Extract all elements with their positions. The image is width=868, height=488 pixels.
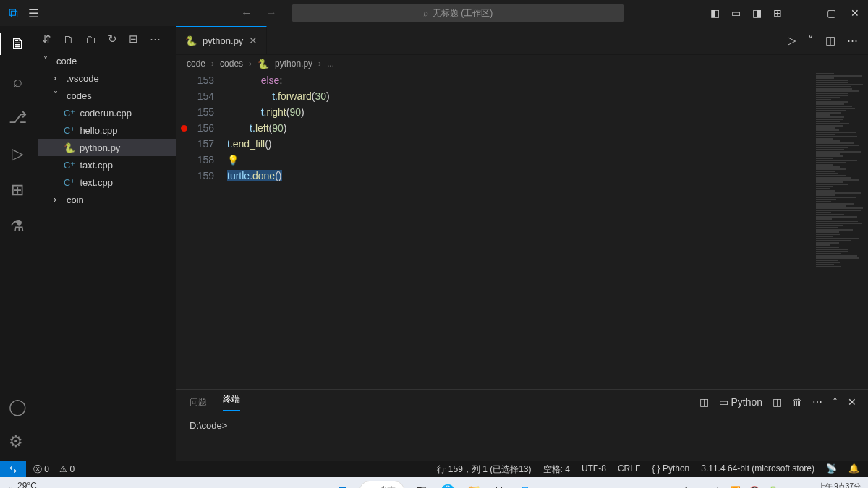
file-taxt[interactable]: C⁺taxt.cpp — [38, 156, 176, 174]
layout-panel-icon[interactable]: ▭ — [731, 7, 741, 19]
explorer-sidebar: ⇵ 🗋 🗀 ↻ ⊟ ⋯ ˅code ›.vscode ˅codes C⁺code… — [35, 26, 176, 461]
layout-sidebar-right-icon[interactable]: ◨ — [752, 7, 762, 19]
cpp-file-icon: C⁺ — [64, 125, 75, 136]
status-feedback-icon[interactable]: 📡 — [826, 463, 837, 476]
new-folder-icon[interactable]: 🗀 — [85, 33, 96, 46]
chevron-right-icon: › — [54, 194, 62, 205]
python-file-icon: 🐍 — [258, 59, 269, 69]
collapse-all-icon[interactable]: ⊟ — [129, 33, 138, 46]
search-icon: ⌕ — [423, 8, 428, 18]
taskbar-weather[interactable]: ☀ 29°C局部晴朗 — [0, 481, 46, 489]
folder-root[interactable]: ˅code — [38, 52, 176, 69]
app-edge-icon[interactable]: 🌐 — [438, 481, 457, 489]
panel-maximize-icon[interactable]: ˄ — [833, 396, 838, 408]
code-content[interactable]: else: t.forward(30) t.right(90) t.left(9… — [227, 72, 330, 389]
tab-python[interactable]: 🐍 python.py ✕ — [176, 26, 267, 54]
tray-ime[interactable]: 中 — [714, 485, 722, 488]
remote-button[interactable]: ⇆ — [0, 461, 26, 477]
run-dropdown-icon[interactable]: ˅ — [808, 34, 814, 47]
window-titlebar: ⧉ ☰ ← → ⌕ 无标题 (工作区) ◧ ▭ ◨ ⊞ — ▢ ✕ — [0, 0, 868, 26]
app-menu-button[interactable]: ☰ — [28, 7, 38, 20]
nav-back-icon[interactable]: ← — [241, 7, 252, 20]
editor-tabs: 🐍 python.py ✕ ▷ ˅ ◫ ⋯ — [176, 26, 868, 55]
kill-terminal-icon[interactable]: 🗑 — [792, 396, 802, 408]
terminal-prompt: D:\code> — [190, 420, 227, 431]
panel-more-icon[interactable]: ⋯ — [812, 396, 822, 408]
tray-clock[interactable]: 上午 9点37分 2023年8月20日 星期日 — [787, 482, 861, 489]
status-language[interactable]: { } Python — [652, 463, 689, 476]
status-errors[interactable]: ⓧ 0 — [33, 463, 49, 476]
status-eol[interactable]: CRLF — [618, 463, 640, 476]
compare-changes-icon[interactable]: ⇵ — [42, 33, 51, 46]
file-hello[interactable]: C⁺hello.cpp — [38, 121, 176, 139]
terminal-profile-icon[interactable]: ▭ Python — [719, 396, 762, 408]
status-encoding[interactable]: UTF-8 — [582, 463, 606, 476]
vscode-logo-icon: ⧉ — [9, 6, 18, 21]
status-warnings[interactable]: ⚠ 0 — [59, 464, 75, 474]
activity-explorer-icon[interactable]: 🗎 — [0, 33, 35, 55]
run-button-icon[interactable]: ▷ — [788, 34, 796, 47]
panel-tab-problems[interactable]: 问题 — [190, 396, 207, 408]
nav-forward-icon[interactable]: → — [265, 7, 277, 20]
cpp-file-icon: C⁺ — [64, 177, 75, 188]
activity-run-debug-icon[interactable]: ▷ — [12, 145, 24, 163]
new-file-icon[interactable]: 🗋 — [63, 33, 74, 46]
activity-testing-icon[interactable]: ⚗ — [10, 217, 25, 236]
folder-vscode[interactable]: ›.vscode — [38, 69, 176, 87]
line-number-gutter: 153154155156157158159 — [176, 72, 227, 389]
code-editor[interactable]: 153154155156157158159 else: t.forward(30… — [176, 72, 868, 389]
status-notifications-icon[interactable]: 🔔 — [848, 463, 859, 476]
chevron-down-icon: ˅ — [43, 56, 52, 66]
new-terminal-icon[interactable]: ◫ — [773, 396, 782, 408]
command-center[interactable]: ⌕ 无标题 (工作区) — [292, 4, 624, 22]
window-close-icon[interactable]: ✕ — [851, 7, 859, 19]
cpp-file-icon: C⁺ — [64, 160, 75, 171]
status-interpreter[interactable]: 3.11.4 64-bit (microsoft store) — [701, 463, 814, 476]
activity-settings-icon[interactable]: ⚙ — [9, 432, 27, 451]
search-label: 无标题 (工作区) — [433, 7, 493, 20]
windows-taskbar: ☀ 29°C局部晴朗 ⊞ ⌕搜索 ◧ 🌐 📁 🛍 ⧉ ˄ ☁ 中 📶 🔇 🔋 上… — [0, 477, 868, 488]
split-terminal-icon[interactable]: ◫ — [699, 396, 709, 408]
search-icon: ⌕ — [369, 486, 374, 489]
terminal-content[interactable]: D:\code> — [176, 414, 868, 437]
layout-customize-icon[interactable]: ⊞ — [773, 7, 782, 19]
app-taskview-icon[interactable]: ◧ — [412, 481, 431, 489]
chevron-right-icon: › — [54, 73, 62, 83]
breadcrumb[interactable]: code› codes› 🐍python.py› ... — [176, 55, 868, 72]
tab-close-icon[interactable]: ✕ — [249, 35, 258, 46]
app-store-icon[interactable]: 🛍 — [490, 481, 509, 489]
split-editor-icon[interactable]: ◫ — [825, 34, 835, 47]
panel-close-icon[interactable]: ✕ — [848, 396, 856, 408]
panel-tab-terminal[interactable]: 终端 — [223, 393, 240, 411]
window-maximize-icon[interactable]: ▢ — [827, 7, 836, 19]
status-bar: ⇆ ⓧ 0 ⚠ 0 行 159，列 1 (已选择13) 空格: 4 UTF-8 … — [0, 461, 868, 477]
bottom-panel: 问题 终端 ◫ ▭ Python ◫ 🗑 ⋯ ˄ ✕ D:\code> — [176, 389, 868, 461]
activity-account-icon[interactable]: ◯ — [9, 398, 27, 416]
file-coderun[interactable]: C⁺coderun.cpp — [38, 104, 176, 121]
folder-codes[interactable]: ˅codes — [38, 87, 176, 104]
start-button[interactable]: ⊞ — [333, 481, 352, 489]
python-file-icon: 🐍 — [64, 142, 75, 153]
app-explorer-icon[interactable]: 📁 — [464, 481, 483, 489]
activity-search-icon[interactable]: ⌕ — [13, 72, 22, 91]
more-tab-actions-icon[interactable]: ⋯ — [847, 34, 858, 47]
chevron-down-icon: ˅ — [54, 90, 62, 100]
activity-source-control-icon[interactable]: ⎇ — [9, 108, 27, 127]
file-python[interactable]: 🐍python.py — [38, 139, 176, 156]
file-text[interactable]: C⁺text.cpp — [38, 174, 176, 191]
activity-extensions-icon[interactable]: ⊞ — [11, 181, 24, 200]
taskbar-search[interactable]: ⌕搜索 — [359, 481, 405, 489]
cpp-file-icon: C⁺ — [64, 108, 75, 119]
window-minimize-icon[interactable]: — — [802, 7, 812, 19]
explorer-toolbar: ⇵ 🗋 🗀 ↻ ⊟ ⋯ — [35, 26, 176, 52]
file-tree: ˅code ›.vscode ˅codes C⁺coderun.cpp C⁺he… — [35, 52, 176, 208]
minimap[interactable] — [816, 72, 867, 217]
refresh-icon[interactable]: ↻ — [108, 33, 117, 46]
more-actions-icon[interactable]: ⋯ — [150, 33, 161, 46]
activity-bar: 🗎 ⌕ ⎇ ▷ ⊞ ⚗ ◯ ⚙ — [0, 26, 35, 461]
status-cursor[interactable]: 行 159，列 1 (已选择13) — [437, 463, 531, 476]
folder-coin[interactable]: ›coin — [38, 191, 176, 208]
status-spaces[interactable]: 空格: 4 — [543, 463, 570, 476]
layout-sidebar-left-icon[interactable]: ◧ — [710, 7, 720, 19]
app-vscode-icon[interactable]: ⧉ — [516, 481, 535, 489]
